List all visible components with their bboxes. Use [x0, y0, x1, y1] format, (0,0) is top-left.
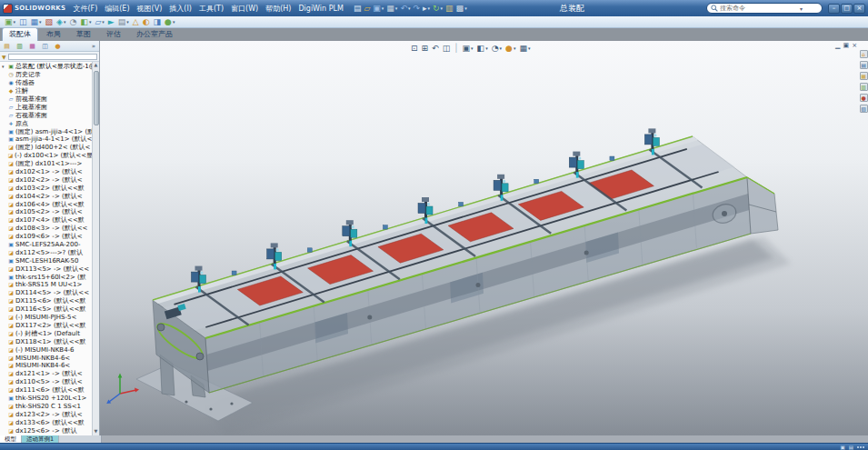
toolbar-separator[interactable]: │ [453, 43, 459, 54]
scrollbar-thumb[interactable] [94, 71, 99, 125]
tree-item[interactable]: SMC-LEFS25AA-200- [2, 241, 99, 249]
display-style-icon[interactable]: ◧▾ [476, 43, 489, 54]
new-document-icon[interactable]: ▤ [353, 3, 363, 15]
graphics-viewport[interactable]: ⊡⊞↶◫│▣▾◧▾◔▾●▾▦▾ ▁▣× [100, 41, 868, 435]
edit-appearance-icon[interactable]: ●▾ [504, 43, 516, 54]
assembly-features-icon[interactable]: ◧▾ [79, 16, 92, 27]
mate-icon[interactable]: ◫ [18, 16, 28, 27]
dropdown-caret-icon[interactable]: ▾ [471, 45, 474, 51]
tree-item[interactable]: dx110<5> -> (默认< [2, 378, 99, 386]
dropdown-caret-icon[interactable]: ▾ [102, 19, 105, 25]
tree-item[interactable]: (-) MISUMI-NKB4-6 [2, 345, 99, 354]
scroll-down-icon[interactable]: ▼ [95, 428, 98, 435]
tree-item[interactable]: thk-srs15+60l<2> (默 [2, 273, 99, 281]
displaymanager-tab-icon[interactable]: ● [53, 42, 63, 51]
rebuild-icon[interactable]: ↻▾ [432, 3, 444, 15]
dropdown-caret-icon[interactable]: ▾ [382, 5, 384, 11]
resize-grip[interactable] [857, 446, 864, 448]
dropdown-caret-icon[interactable]: ▾ [64, 19, 66, 25]
tree-item[interactable]: dx104<2> -> (默认< [2, 192, 99, 200]
dropdown-caret-icon[interactable]: ▾ [173, 19, 175, 25]
tab-evaluate[interactable]: 评估 [99, 27, 128, 41]
tree-item[interactable]: (-) dx100<1> (默认<<显示 [2, 152, 99, 160]
menu-item[interactable]: 工具(T) [195, 4, 227, 14]
print-icon[interactable]: ▦▾ [385, 3, 398, 15]
doc-close-icon[interactable]: × [852, 42, 857, 49]
tree-item[interactable]: dx105<2> -> (默认< [2, 208, 99, 216]
menu-item[interactable]: 窗口(W) [227, 4, 262, 14]
tree-item[interactable]: DX116<5> (默认<<默 [2, 305, 99, 314]
reference-geometry-icon[interactable]: ▱▾ [94, 16, 105, 27]
tab-layout[interactable]: 布局 [39, 27, 68, 41]
tree-item[interactable]: dx107<4> (默认<<默 [2, 216, 99, 225]
tree-item[interactable]: (固定) dx101<1>---> [2, 160, 99, 168]
close-button[interactable]: × [853, 4, 865, 14]
minimize-button[interactable]: – [828, 4, 840, 14]
file-explorer-icon[interactable]: ▦ [860, 72, 868, 80]
undo-icon[interactable]: ↶▾ [399, 3, 411, 15]
tree-root-item[interactable]: ▾ 总装配 (默认<显示状态-1@ [2, 63, 99, 71]
search-input[interactable] [720, 5, 798, 12]
custom-properties-icon[interactable]: ▧ [860, 105, 868, 113]
tree-item[interactable]: thk-SHS20 C 1 SS<1 [2, 402, 99, 410]
simulation-icon[interactable]: ●▾ [164, 16, 175, 27]
tree-item[interactable]: thk-SRS15 M UU<1> [2, 281, 99, 289]
tree-item[interactable]: DX113<5> -> (默认<< [2, 265, 99, 273]
menu-item[interactable]: 文件(F) [69, 4, 101, 14]
zoom-fit-icon[interactable]: ⊡ [410, 43, 419, 54]
apply-scene-icon[interactable]: ▦▾ [518, 43, 531, 54]
options-icon[interactable]: ▩▾ [455, 3, 468, 15]
hide-show-items-icon[interactable]: ◔▾ [491, 43, 503, 54]
menu-item[interactable]: 编辑(E) [101, 4, 133, 14]
tree-item[interactable]: dx106<4> (默认<<默 [2, 200, 99, 208]
select-icon[interactable]: ▸▾ [422, 3, 431, 15]
dropdown-caret-icon[interactable]: ▾ [126, 19, 129, 25]
tree-item[interactable]: asm-jijia-4-1<1> (默认< [2, 135, 99, 144]
tree-item[interactable]: 前视基准面 [2, 95, 99, 104]
view-orientation-icon[interactable]: ▣▾ [462, 43, 474, 54]
tree-item[interactable]: 右视基准面 [2, 111, 99, 119]
tree-item[interactable]: dx109<6> -> (默认< [2, 233, 99, 241]
tree-item[interactable]: dx112<5>--->? (默认 [2, 248, 99, 256]
tree-item[interactable]: dx123<2> -> (默认< [2, 410, 99, 418]
tree-item[interactable]: DX114<5> -> (默认<< [2, 289, 99, 297]
status-display-icon[interactable]: ▣ [841, 445, 845, 450]
dropdown-caret-icon[interactable]: ▾ [39, 19, 42, 25]
tree-item[interactable]: dx108<3> -> (默认<< [2, 225, 99, 233]
tree-item[interactable]: 历史记录 [2, 71, 99, 79]
show-hidden-components-icon[interactable]: ◔ [69, 16, 78, 27]
tree-scrollbar[interactable]: ▲ ▼ [92, 62, 99, 435]
tree-item[interactable]: thk-SHS20 +120L<1> [2, 395, 99, 403]
tree-item[interactable]: dx102<2> -> (默认< [2, 175, 99, 184]
tree-item[interactable]: dx121<1> -> (默认< [2, 370, 99, 378]
dropdown-caret-icon[interactable]: ▾ [514, 45, 516, 51]
panel-expand-chevron[interactable]: » [92, 43, 97, 50]
view-palette-icon[interactable]: ▥ [860, 83, 868, 91]
dropdown-caret-icon[interactable]: ▾ [408, 5, 411, 11]
command-search[interactable]: ▾ [706, 3, 823, 14]
design-library-icon[interactable]: ▤ [860, 61, 868, 69]
new-motion-study-icon[interactable]: ► [107, 16, 115, 27]
menu-item[interactable]: 视图(V) [134, 4, 166, 14]
redo-icon[interactable]: ↷ [412, 3, 421, 15]
propertymanager-tab-icon[interactable]: ▥ [15, 42, 25, 51]
tree-item[interactable]: 传感器 [2, 79, 99, 87]
tree-item[interactable]: MISUMI-NKB4-6< [2, 354, 99, 362]
tree-item[interactable]: dx133<6> (默认<<默 [2, 418, 99, 426]
dropdown-caret-icon[interactable]: ▾ [428, 5, 431, 11]
tab-assembly[interactable]: 装配体 [2, 27, 38, 41]
dropdown-caret-icon[interactable]: ▾ [528, 45, 531, 51]
tree-item[interactable]: SMC-LESH16RAK-50 [2, 256, 99, 265]
tree-item[interactable]: (固定) ld400+2< (默认< [2, 144, 99, 152]
menu-item[interactable]: 插入(I) [165, 4, 195, 14]
tree-item[interactable]: DX117<2> (默认<<默 [2, 322, 99, 330]
status-edit-icon[interactable]: ▤ [849, 445, 853, 450]
tree-item[interactable]: (-) 封槽<1> (Default [2, 329, 99, 337]
featuremanager-tab-icon[interactable]: ▤ [2, 42, 12, 51]
doc-minimize-icon[interactable]: ▁ [835, 42, 840, 49]
open-document-icon[interactable]: ▱ [363, 3, 371, 15]
smart-fasteners-icon[interactable]: ▧ [45, 16, 55, 27]
tab-office-products[interactable]: 办公室产品 [129, 27, 180, 41]
move-component-icon[interactable]: ◈▾ [55, 16, 66, 27]
menu-item[interactable]: DigiWin PLM [294, 5, 346, 13]
